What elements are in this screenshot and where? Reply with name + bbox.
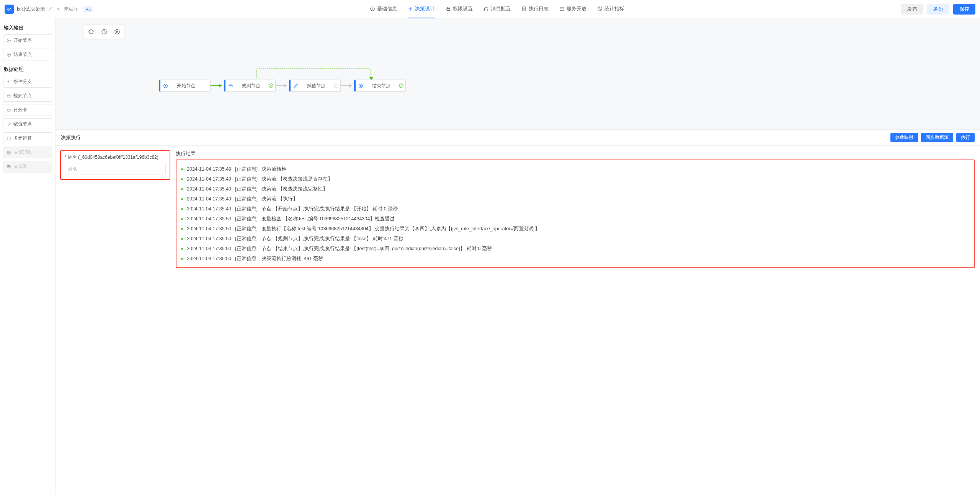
form-label-name: *姓名 (_60d0458ac6ebef0fff1331af196b3c82): [65, 154, 166, 161]
tab-message[interactable]: 消息配置: [483, 0, 511, 18]
sidebar-item-label: 开始节点: [13, 37, 32, 44]
log-level: [正常信息]: [235, 255, 258, 262]
sidebar-item-branch[interactable]: 条件分支: [3, 76, 52, 88]
log-message: 变量检查:【名称:test,编号:1036968251214434304】检查通…: [261, 215, 395, 223]
publish-button[interactable]: 发布: [901, 4, 923, 15]
check-circle-icon: [267, 83, 275, 88]
log-row: 2024-11-04 17:35:49[正常信息]决策流预检: [181, 164, 969, 174]
tab-service[interactable]: 服务开放: [559, 0, 586, 18]
sidebar-item-label: 条件分支: [13, 78, 32, 85]
app-title: lx测试决策流: [17, 6, 45, 13]
header-left: lx测试决策流 未运行 V3: [5, 5, 93, 14]
edit-icon: [7, 122, 11, 127]
log-message: 决策流:【检查决策流是否存在】: [261, 175, 332, 183]
run-button[interactable]: 执行: [956, 133, 975, 142]
log-dot-icon: [181, 198, 183, 200]
flow-dashed-connector: [256, 68, 371, 78]
log-dot-icon: [181, 228, 183, 230]
window-icon: [559, 6, 565, 11]
sidebar-item-label: 规则节点: [13, 93, 32, 99]
tab-basic-info[interactable]: 基础信息: [370, 0, 397, 18]
exec-result-column: 执行结果 2024-11-04 17:35:49[正常信息]决策流预检2024-…: [170, 146, 980, 495]
exec-header: 决策执行 参数映射 同步数据源 执行: [56, 130, 980, 146]
tab-label: 消息配置: [491, 5, 511, 12]
pending-circle-icon: [332, 83, 340, 88]
card-icon: [7, 108, 11, 112]
log-level: [正常信息]: [235, 205, 258, 213]
save-button[interactable]: 保存: [953, 4, 975, 15]
sidebar-item-end-node[interactable]: 结束节点: [3, 49, 52, 60]
main-area: 开始节点 规则节点 赋值节点: [56, 18, 980, 495]
grid-icon: [7, 150, 11, 155]
log-level: [正常信息]: [235, 175, 258, 183]
table-icon: [7, 164, 11, 169]
edit-title-icon[interactable]: [48, 7, 53, 11]
result-title: 执行结果: [176, 150, 975, 157]
tab-permission[interactable]: 权限设置: [446, 0, 473, 18]
tab-stats[interactable]: 统计指标: [597, 0, 624, 18]
node-label: 赋值节点: [301, 83, 332, 89]
svg-point-18: [269, 84, 273, 88]
flow-arrow: [276, 85, 287, 86]
log-message: 节点:【结束节点】,执行完成,执行结果是:【{test(test)=李四, gu…: [261, 245, 492, 252]
log-message: 决策流执行总消耗: 491 毫秒: [261, 255, 323, 262]
flow-node-start[interactable]: 开始节点: [158, 80, 211, 92]
log-time: 2024-11-04 17:35:50: [187, 235, 231, 243]
flow-arrow: [211, 85, 222, 86]
tab-label: 统计指标: [604, 5, 624, 12]
log-dot-icon: [181, 178, 183, 180]
canvas-area[interactable]: 开始节点 规则节点 赋值节点: [56, 18, 980, 129]
log-row: 2024-11-04 17:35:50[正常信息]节点:【结束节点】,执行完成,…: [181, 244, 969, 254]
plus-icon: [7, 80, 11, 84]
sidebar-item-label: 结束节点: [13, 51, 32, 58]
header-tabs: 基础信息 决策设计 权限设置 消息配置 执行日志 服务开放 统计指标: [93, 0, 901, 18]
log-level: [正常信息]: [235, 195, 258, 203]
tab-label: 服务开放: [567, 5, 586, 12]
flow-node-assign[interactable]: 赋值节点: [289, 80, 341, 92]
stop-circle-icon: [7, 52, 11, 57]
required-asterisk: *: [65, 155, 67, 160]
log-time: 2024-11-04 17:35:49: [187, 195, 231, 203]
svg-point-22: [399, 84, 403, 88]
sync-source-button[interactable]: 同步数据源: [921, 133, 953, 142]
tab-exec-log[interactable]: 执行日志: [521, 0, 549, 18]
log-message: 节点:【规则节点】,执行完成,执行结果是:【false】,耗时:471 毫秒: [261, 235, 403, 243]
sidebar-item-start-node[interactable]: 开始节点: [3, 34, 52, 46]
log-time: 2024-11-04 17:35:49: [187, 205, 231, 213]
play-circle-icon: [7, 38, 11, 43]
svg-rect-10: [7, 137, 10, 140]
lock-icon: [446, 6, 451, 11]
chart-icon: [597, 6, 603, 11]
backup-button[interactable]: 备份: [927, 4, 949, 15]
tab-label: 基础信息: [377, 5, 397, 12]
param-map-button[interactable]: 参数映射: [890, 133, 918, 142]
sidebar-item-rule[interactable]: 规则节点: [3, 90, 52, 102]
log-time: 2024-11-04 17:35:49: [187, 185, 231, 193]
log-row: 2024-11-04 17:35:50[正常信息]节点:【规则节点】,执行完成,…: [181, 234, 969, 244]
log-level: [正常信息]: [235, 235, 258, 243]
arrow-head-icon: [284, 84, 287, 88]
flow-node-end[interactable]: 结束节点: [354, 80, 406, 92]
log-message: 决策流:【检查决策流完整性】: [261, 185, 327, 193]
tab-decision-design[interactable]: 决策设计: [408, 0, 435, 18]
node-label: 结束节点: [366, 83, 397, 89]
log-row: 2024-11-04 17:35:49[正常信息]决策流:【检查决策流完整性】: [181, 184, 969, 194]
status-dot-icon: [57, 8, 59, 10]
sidebar-item-label: 多元运算: [13, 135, 32, 142]
flow-node-rule[interactable]: 规则节点: [224, 80, 276, 92]
exec-body: *姓名 (_60d0458ac6ebef0fff1331af196b3c82) …: [56, 146, 980, 495]
svg-point-21: [360, 85, 361, 86]
sidebar-section-data: 数据处理: [4, 66, 52, 73]
name-input[interactable]: [65, 164, 166, 174]
node-label: 规则节点: [235, 83, 267, 89]
version-badge: V3: [83, 6, 93, 12]
svg-point-7: [8, 54, 10, 55]
stop-icon: [356, 83, 366, 88]
sidebar-item-compute[interactable]: 多元运算: [3, 132, 52, 144]
flow-canvas: 开始节点 规则节点 赋值节点: [84, 22, 975, 125]
result-log-box: 2024-11-04 17:35:49[正常信息]决策流预检2024-11-04…: [176, 160, 975, 268]
sidebar-item-scorecard[interactable]: 评分卡: [3, 104, 52, 116]
sidebar-item-assign[interactable]: 赋值节点: [3, 118, 52, 130]
log-dot-icon: [181, 168, 183, 170]
exec-form-box: *姓名 (_60d0458ac6ebef0fff1331af196b3c82): [60, 150, 170, 180]
